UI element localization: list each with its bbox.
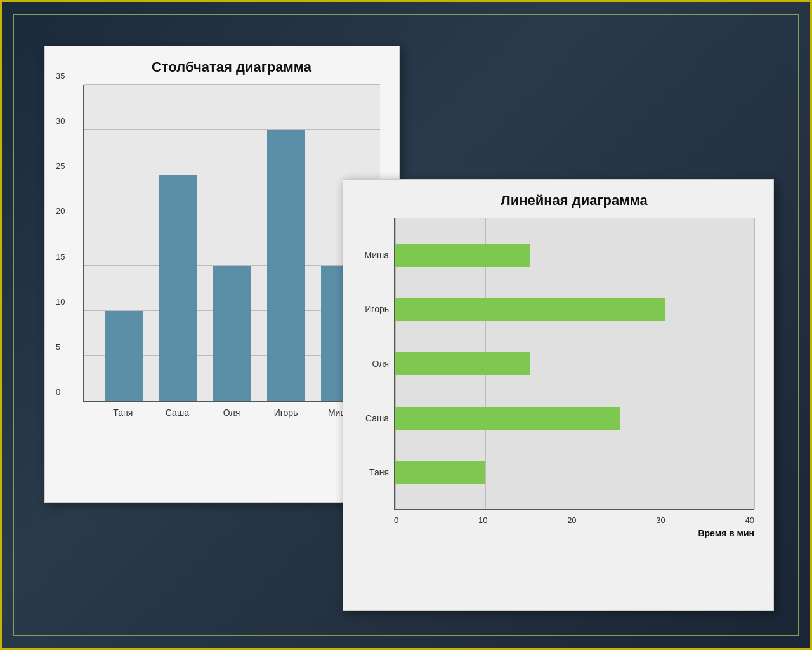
bar-y-label: 10 [56,296,65,306]
hbar-row [395,402,754,434]
bar [213,266,251,401]
hbar-x-label: 30 [656,515,665,525]
bar [105,311,143,401]
bar-y-label: 5 [56,342,60,351]
hbar-y-label: Саша [351,402,389,434]
hbar-y-label: Оля [351,348,389,380]
bar-x-label: Игорь [267,408,305,418]
hbar-chart-title: Линейная диаграмма [394,192,754,209]
hbar-chart-area: МишаИгорьОляСашаТаня [394,218,754,510]
bar-x-label: Оля [213,408,251,418]
hbar-x-label: 20 [567,515,576,525]
hbar-axis-title: Время в мин [394,528,754,538]
hbar-x-labels: 010203040 [394,515,754,525]
bar-x-labels: ТаняСашаОляИгорьМиша [83,408,380,418]
bars-container [84,85,380,401]
hbar [395,352,530,375]
bar [159,175,197,401]
hbar [395,407,620,430]
hbar-x-label: 40 [745,515,754,525]
bar-y-label: 35 [56,71,65,81]
outer-border: Столбчатая диаграмма 05101520253035 Таня… [13,14,799,636]
bar-group [159,85,197,401]
bar-y-label: 0 [56,387,60,397]
bar-y-label: 30 [56,116,65,126]
bar-group [213,85,251,401]
bar-x-label: Саша [158,408,196,418]
hbar-chart-panel: Линейная диаграмма МишаИгорьОляСашаТаня … [343,179,774,611]
bar-y-label: 15 [56,251,65,261]
bar-chart-area: 05101520253035 [83,85,380,402]
charts-container: Столбчатая диаграмма 05101520253035 Таня… [32,27,780,623]
hbar-rows-container [395,218,754,509]
hbar-row [395,456,754,488]
hbar-x-label: 10 [478,515,487,525]
hbar-row [395,239,754,271]
bar-group [267,85,305,401]
hbar-y-labels: МишаИгорьОляСашаТаня [351,218,389,509]
bar-y-label: 20 [56,206,65,216]
hbar-y-label: Таня [351,456,389,488]
hbar [395,298,665,321]
hbar [395,461,485,484]
bar-group [105,85,143,401]
hbar-grid-line [754,218,755,509]
bar [267,130,305,401]
bar-chart-title: Столбчатая диаграмма [83,59,380,76]
bar-y-label: 25 [56,161,65,171]
hbar-row [395,293,754,325]
hbar-y-label: Игорь [351,293,389,325]
hbar-x-label: 0 [394,515,398,525]
hbar-y-label: Миша [351,239,389,271]
hbar-row [395,348,754,380]
bar-x-label: Таня [104,408,142,418]
hbar [395,244,530,267]
